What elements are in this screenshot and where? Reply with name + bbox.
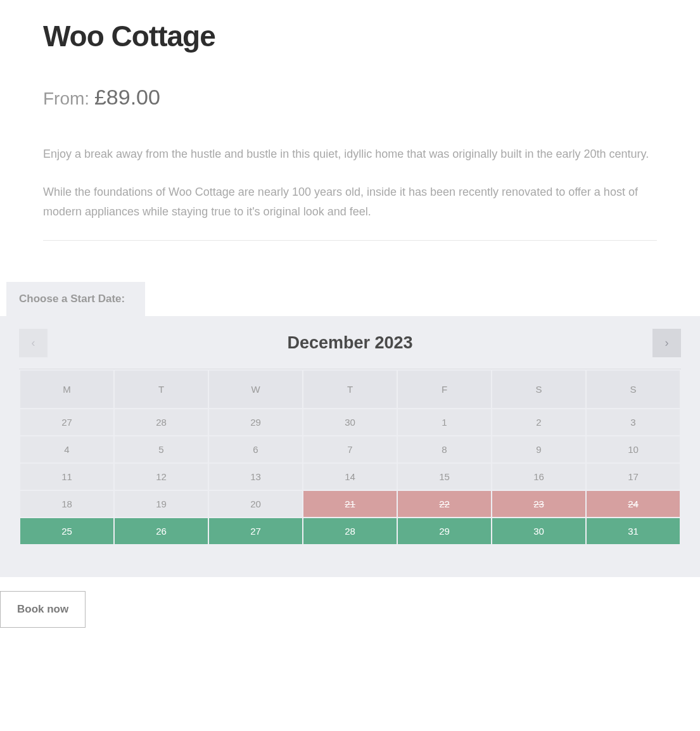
calendar-day-cell: 15 bbox=[398, 464, 491, 490]
calendar-day-cell: 30 bbox=[303, 409, 397, 435]
calendar-weekday-header: M bbox=[20, 371, 113, 408]
calendar-day-cell[interactable]: 25 bbox=[20, 518, 113, 544]
calendar-day-cell: 19 bbox=[115, 491, 208, 517]
calendar-weekday-header: T bbox=[303, 371, 397, 408]
calendar-day-cell: 10 bbox=[587, 436, 680, 462]
price-line: From: £89.00 bbox=[43, 85, 657, 110]
calendar-day-cell[interactable]: 30 bbox=[492, 518, 585, 544]
calendar-day-cell: 12 bbox=[115, 464, 208, 490]
calendar-day-cell: 16 bbox=[492, 464, 585, 490]
description-paragraph: While the foundations of Woo Cottage are… bbox=[43, 182, 657, 222]
product-description: Enjoy a break away from the hustle and b… bbox=[43, 144, 657, 222]
calendar-day-cell[interactable]: 27 bbox=[209, 518, 302, 544]
calendar-month-label: December 2023 bbox=[48, 333, 652, 353]
calendar-day-cell: 23 bbox=[492, 491, 585, 517]
description-paragraph: Enjoy a break away from the hustle and b… bbox=[43, 144, 657, 165]
calendar-day-cell: 1 bbox=[398, 409, 491, 435]
calendar-weekday-header: F bbox=[398, 371, 491, 408]
calendar-day-cell: 9 bbox=[492, 436, 585, 462]
calendar-day-cell[interactable]: 31 bbox=[587, 518, 680, 544]
calendar-day-cell: 6 bbox=[209, 436, 302, 462]
calendar-day-cell: 29 bbox=[209, 409, 302, 435]
calendar-day-cell: 28 bbox=[115, 409, 208, 435]
chevron-left-icon: ‹ bbox=[32, 336, 35, 350]
chevron-right-icon: › bbox=[665, 336, 669, 350]
calendar-panel: ‹ December 2023 › MTWTFSS 27282930123456… bbox=[0, 316, 700, 577]
calendar-day-cell[interactable]: 26 bbox=[115, 518, 208, 544]
prev-month-button[interactable]: ‹ bbox=[19, 329, 48, 357]
calendar-day-cell: 24 bbox=[587, 491, 680, 517]
page-title: Woo Cottage bbox=[43, 19, 657, 53]
price-amount: £89.00 bbox=[94, 85, 160, 109]
calendar-day-cell: 4 bbox=[20, 436, 113, 462]
calendar-day-cell: 3 bbox=[587, 409, 680, 435]
calendar-day-cell: 14 bbox=[303, 464, 397, 490]
calendar-day-cell: 18 bbox=[20, 491, 113, 517]
calendar-day-cell[interactable]: 28 bbox=[303, 518, 397, 544]
calendar-day-cell: 13 bbox=[209, 464, 302, 490]
calendar-day-cell: 11 bbox=[20, 464, 113, 490]
next-month-button[interactable]: › bbox=[652, 329, 681, 357]
divider bbox=[43, 240, 657, 241]
price-prefix: From: bbox=[43, 89, 94, 108]
calendar-weekday-header: T bbox=[115, 371, 208, 408]
calendar-day-cell[interactable]: 29 bbox=[398, 518, 491, 544]
calendar-day-cell: 22 bbox=[398, 491, 491, 517]
calendar-weekday-header: W bbox=[209, 371, 302, 408]
book-now-button[interactable]: Book now bbox=[0, 591, 86, 628]
calendar-day-cell: 17 bbox=[587, 464, 680, 490]
calendar-weekday-header: S bbox=[492, 371, 585, 408]
calendar-day-cell: 27 bbox=[20, 409, 113, 435]
calendar-tab[interactable]: Choose a Start Date: bbox=[6, 282, 145, 316]
calendar-day-cell: 2 bbox=[492, 409, 585, 435]
calendar-weekday-header: S bbox=[587, 371, 680, 408]
calendar-day-cell: 7 bbox=[303, 436, 397, 462]
calendar-day-cell: 21 bbox=[303, 491, 397, 517]
calendar-day-cell: 20 bbox=[209, 491, 302, 517]
calendar-table: MTWTFSS 27282930123456789101112131415161… bbox=[19, 369, 681, 545]
calendar-day-cell: 8 bbox=[398, 436, 491, 462]
calendar-day-cell: 5 bbox=[115, 436, 208, 462]
